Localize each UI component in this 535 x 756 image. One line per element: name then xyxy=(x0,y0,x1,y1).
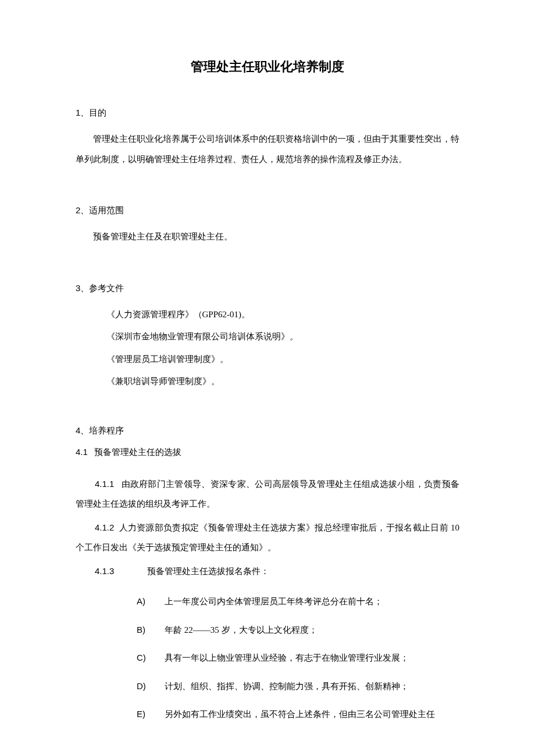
section-1-paragraph: 管理处主任职业化培养属于公司培训体系中的任职资格培训中的一项，但由于其重要性突出… xyxy=(76,129,459,169)
section-3-heading: 3、参考文件 xyxy=(76,283,459,294)
condition-item-b: B)年龄 22——35 岁，大专以上文化程度； xyxy=(76,620,459,640)
item-4-1-1: 4.1.1 由政府部门主管领导、资深专家、公司高层领导及管理处主任组成选拔小组，… xyxy=(76,474,459,514)
item-4-1-3-num: 4.1.3 xyxy=(95,561,147,582)
condition-text-d: 计划、组织、指挥、协调、控制能力强，具有开拓、创新精神； xyxy=(165,682,409,691)
item-4-1-1-text: 由政府部门主管领导、资深专家、公司高层领导及管理处主任组成选拔小组，负责预备管理… xyxy=(76,479,459,509)
item-4-1-3-text: 预备管理处主任选拔报名条件： xyxy=(147,567,269,576)
section-2-paragraph: 预备管理处主任及在职管理处主任。 xyxy=(76,227,459,247)
condition-marker-e: E) xyxy=(137,704,165,725)
section-2-num: 2、 xyxy=(76,205,89,215)
section-1-label: 目的 xyxy=(89,108,106,117)
condition-text-e: 另外如有工作业绩突出，虽不符合上述条件，但由三名公司管理处主任 xyxy=(165,710,435,719)
section-2-label: 适用范围 xyxy=(89,206,124,215)
item-4-1-3: 4.1.3预备管理处主任选拔报名条件： xyxy=(76,561,459,582)
item-4-1-2-num: 4.1.2 xyxy=(95,522,114,532)
section-4-heading: 4、培养程序 xyxy=(76,425,459,436)
section-1-num: 1、 xyxy=(76,108,89,117)
condition-item-e: E)另外如有工作业绩突出，虽不符合上述条件，但由三名公司管理处主任 xyxy=(76,704,459,725)
condition-item-a: A)上一年度公司内全体管理层员工年终考评总分在前十名； xyxy=(76,592,459,612)
condition-text-c: 具有一年以上物业管理从业经验，有志于在物业管理行业发展； xyxy=(165,653,409,662)
condition-item-d: D)计划、组织、指挥、协调、控制能力强，具有开拓、创新精神； xyxy=(76,676,459,697)
section-2-heading: 2、适用范围 xyxy=(76,205,459,216)
subsection-4-1-num: 4.1 xyxy=(76,447,88,457)
document-title: 管理处主任职业化培养制度 xyxy=(76,58,459,76)
subsection-4-1-label: 预备管理处主任的选拔 xyxy=(94,447,181,457)
section-4-num: 4、 xyxy=(76,425,89,435)
condition-marker-b: B) xyxy=(137,620,165,640)
reference-item: 《管理层员工培训管理制度》。 xyxy=(76,349,459,370)
section-1-heading: 1、目的 xyxy=(76,108,459,119)
subsection-4-1-heading: 4.1 预备管理处主任的选拔 xyxy=(76,447,459,458)
item-4-1-2-text: 人力资源部负责拟定《预备管理处主任选拔方案》报总经理审批后，于报名截止日前 10… xyxy=(76,523,459,553)
condition-text-a: 上一年度公司内全体管理层员工年终考评总分在前十名； xyxy=(165,597,383,606)
item-4-1-2: 4.1.2 人力资源部负责拟定《预备管理处主任选拔方案》报总经理审批后，于报名截… xyxy=(76,518,459,558)
condition-text-b: 年龄 22——35 岁，大专以上文化程度； xyxy=(165,625,318,635)
condition-marker-d: D) xyxy=(137,676,165,697)
reference-item: 《人力资源管理程序》（GPP62-01)。 xyxy=(76,304,459,325)
condition-item-c: C)具有一年以上物业管理从业经验，有志于在物业管理行业发展； xyxy=(76,648,459,668)
reference-item: 《深圳市金地物业管理有限公司培训体系说明》。 xyxy=(76,327,459,347)
reference-item: 《兼职培训导师管理制度》。 xyxy=(76,371,459,392)
condition-marker-a: A) xyxy=(137,592,165,612)
section-3-num: 3、 xyxy=(76,283,89,293)
item-4-1-1-num: 4.1.1 xyxy=(95,479,114,489)
condition-marker-c: C) xyxy=(137,648,165,668)
section-4-label: 培养程序 xyxy=(89,426,124,435)
section-3-label: 参考文件 xyxy=(89,284,124,293)
